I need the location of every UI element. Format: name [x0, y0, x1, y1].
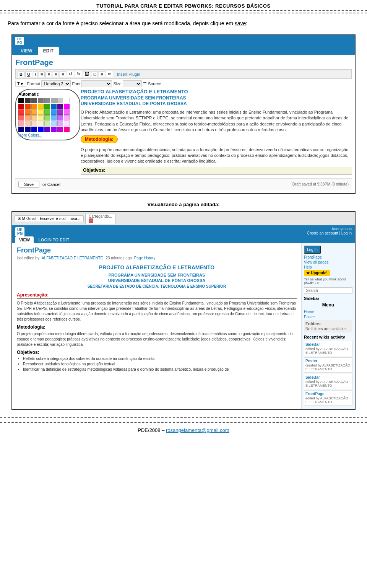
color-cell[interactable]	[57, 127, 63, 132]
tb1-btn4[interactable]: ≡	[60, 71, 66, 77]
size-select[interactable]	[123, 80, 142, 87]
view-all-pages-link[interactable]: View all pages	[304, 260, 352, 264]
color-cell[interactable]	[51, 109, 57, 115]
tb1-btn7[interactable]: ≡	[99, 71, 105, 77]
color-cell[interactable]	[31, 98, 37, 103]
color-cell[interactable]	[31, 127, 37, 132]
color-cell[interactable]	[44, 109, 50, 115]
page-history-link[interactable]: Page history	[134, 256, 156, 260]
color-cell[interactable]	[64, 121, 70, 126]
color-cell[interactable]	[51, 121, 57, 126]
footer-email[interactable]: rosangelamenta@gmail.com	[166, 427, 229, 433]
tb1-img-btn[interactable]: 🖼	[83, 71, 91, 77]
color-cell[interactable]	[51, 127, 57, 132]
color-cell[interactable]	[64, 98, 70, 103]
color-cell[interactable]	[31, 104, 37, 109]
color-cell[interactable]	[25, 121, 31, 126]
color-cell[interactable]	[51, 98, 57, 103]
pb2-content: FrontPage last edited by ALFABETIZAÇÃO E…	[12, 243, 301, 409]
color-cell[interactable]	[18, 98, 24, 103]
format-icon-btn[interactable]: T▼	[15, 81, 26, 87]
color-cell[interactable]	[57, 109, 63, 115]
cancel-link[interactable]: or Cancel	[42, 182, 60, 187]
color-cell[interactable]	[64, 127, 70, 132]
tb1-btn1[interactable]: ≡	[39, 71, 45, 77]
more-colors-link[interactable]: More Colors...	[18, 133, 77, 137]
color-cell[interactable]	[51, 115, 57, 121]
color-cell[interactable]	[25, 104, 31, 109]
browser-tab1[interactable]: ✉ M Gmail - Escrever e-mail - rosa...	[15, 215, 84, 222]
upgrade-button[interactable]: ★ Log In Upgrade!	[304, 270, 330, 276]
color-cell[interactable]	[38, 127, 44, 132]
color-cell[interactable]	[57, 98, 63, 103]
underline-button[interactable]: U	[25, 71, 32, 77]
color-cell[interactable]	[51, 104, 57, 109]
tb1-btn3[interactable]: ≡	[53, 71, 59, 77]
color-cell[interactable]	[31, 121, 37, 126]
editor-link[interactable]: ALFABETIZAÇÃO E LETRAMENTO	[42, 256, 104, 260]
color-cell[interactable]	[18, 104, 24, 109]
color-cell[interactable]	[44, 98, 50, 103]
font-select[interactable]	[81, 80, 112, 87]
tb1-btn2[interactable]: ≡	[45, 71, 52, 77]
list-item: Refletir sobre a integração dos saberes …	[23, 357, 297, 361]
pb2-metodologia-text: O projeto propõe uma metodologia diferen…	[17, 331, 297, 347]
tb1-link-btn[interactable]: □	[92, 71, 98, 77]
italic-button[interactable]: I	[33, 71, 38, 77]
browser-tab2[interactable]: Carregando... ×	[85, 213, 115, 224]
color-cell[interactable]	[18, 127, 24, 132]
recent-item-link[interactable]: SideBar	[305, 375, 351, 380]
color-cell[interactable]	[64, 104, 70, 109]
save-button[interactable]: Save	[18, 181, 39, 188]
help-link[interactable]: Help	[304, 265, 352, 269]
edit-tab[interactable]: EDIT	[38, 47, 59, 55]
create-account-link[interactable]: Create an account	[307, 231, 338, 235]
poster-link[interactable]: Poster	[304, 315, 352, 319]
tb1-btn8[interactable]: ✏	[106, 71, 113, 77]
color-cell[interactable]	[18, 121, 24, 126]
color-cell[interactable]	[38, 115, 44, 121]
close-tab-button[interactable]: ×	[89, 218, 93, 223]
color-cell[interactable]	[31, 115, 37, 121]
bold-button[interactable]: B	[18, 71, 24, 77]
home-link[interactable]: Home	[304, 310, 352, 314]
color-cell[interactable]	[44, 104, 50, 109]
tab1-label: M Gmail - Escrever e-mail - rosa...	[22, 217, 80, 221]
view-tab[interactable]: VIEW	[15, 47, 38, 55]
color-cell[interactable]	[57, 121, 63, 126]
frontpage-sidebar-link[interactable]: FrontPage	[304, 255, 352, 259]
color-cell[interactable]	[44, 121, 50, 126]
color-cell[interactable]	[38, 109, 44, 115]
color-cell[interactable]	[64, 109, 70, 115]
color-cell[interactable]	[25, 127, 31, 132]
color-cell[interactable]	[25, 109, 31, 115]
format-select[interactable]: Heading 2	[41, 80, 71, 87]
login-button[interactable]: Log In	[304, 246, 321, 254]
tb1-btn6[interactable]: ↻	[75, 71, 82, 77]
recent-item-meta: created by ALFABETIZAÇÃO E LETRAMENTO	[305, 363, 350, 371]
color-cell[interactable]	[25, 98, 31, 103]
recent-item-link[interactable]: Poster	[305, 359, 351, 363]
color-cell[interactable]	[57, 115, 63, 121]
font-label: Font	[72, 81, 80, 86]
recent-item-link[interactable]: FrontPage	[305, 392, 351, 396]
tb1-btn5[interactable]: ↺	[67, 71, 74, 77]
color-cell[interactable]	[38, 121, 44, 126]
color-cell[interactable]	[44, 115, 50, 121]
pb2-login-tab[interactable]: LOGIN TO EDIT	[34, 236, 73, 243]
color-cell[interactable]	[44, 127, 50, 132]
color-cell[interactable]	[18, 109, 24, 115]
recent-item-link[interactable]: SideBar	[305, 342, 351, 347]
pb2-view-tab[interactable]: VIEW	[15, 236, 34, 243]
pb2-sidebar: Log In FrontPage View all pages Help ★ L…	[301, 243, 355, 409]
color-cell[interactable]	[25, 115, 31, 121]
color-cell[interactable]	[38, 98, 44, 103]
log-in-link[interactable]: Log in	[341, 231, 352, 235]
pb2-logo: UE PG	[15, 227, 24, 236]
color-cell[interactable]	[31, 109, 37, 115]
color-cell[interactable]	[64, 115, 70, 121]
color-cell[interactable]	[57, 104, 63, 109]
color-cell[interactable]	[18, 115, 24, 121]
color-cell[interactable]	[38, 104, 44, 109]
search-input[interactable]	[304, 287, 352, 294]
